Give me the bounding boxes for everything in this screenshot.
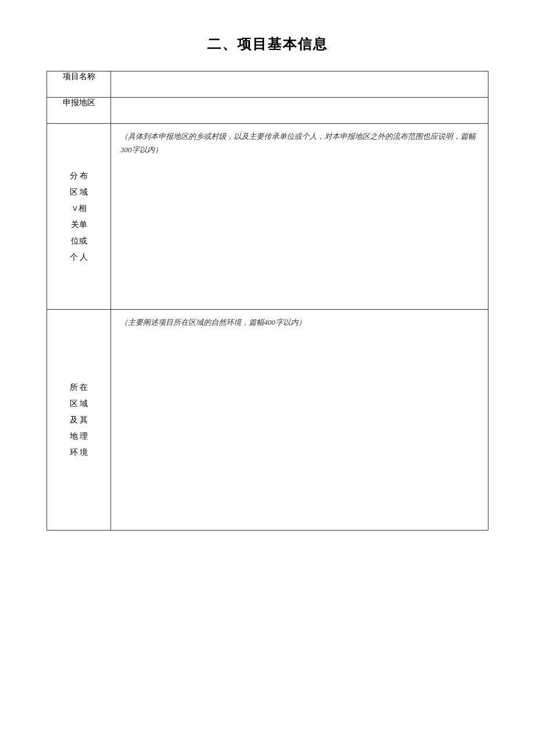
table-row-application-area: 申报地区: [47, 98, 488, 124]
label-application-area: 申报地区: [47, 98, 111, 124]
content-application-area[interactable]: [111, 98, 488, 124]
main-table: 项目名称 申报地区 分 布 区 域 ∨相 关单 位或 个 人 （具体到本申报地区…: [47, 71, 488, 531]
table-row-project-name: 项目名称: [47, 71, 488, 98]
table-row-geography: 所 在 区 域 及 其 地 理 环 境 （主要阐述项目所在区域的自然环境，篇幅4…: [47, 310, 488, 531]
hint-geography: （主要阐述项目所在区域的自然环境，篇幅400字以内）: [111, 310, 488, 332]
hint-distribution: （具体到本申报地区的乡或村级，以及主要传承单位或个人，对本申报地区之外的流布范围…: [111, 124, 488, 160]
label-geography: 所 在 区 域 及 其 地 理 环 境: [47, 310, 111, 531]
page-title: 二、项目基本信息: [47, 35, 488, 53]
content-distribution[interactable]: （具体到本申报地区的乡或村级，以及主要传承单位或个人，对本申报地区之外的流布范围…: [111, 124, 488, 310]
label-project-name: 项目名称: [47, 71, 111, 98]
label-distribution: 分 布 区 域 ∨相 关单 位或 个 人: [47, 124, 111, 310]
content-project-name[interactable]: [111, 71, 488, 98]
content-geography[interactable]: （主要阐述项目所在区域的自然环境，篇幅400字以内）: [111, 310, 488, 531]
table-row-distribution: 分 布 区 域 ∨相 关单 位或 个 人 （具体到本申报地区的乡或村级，以及主要…: [47, 124, 488, 310]
